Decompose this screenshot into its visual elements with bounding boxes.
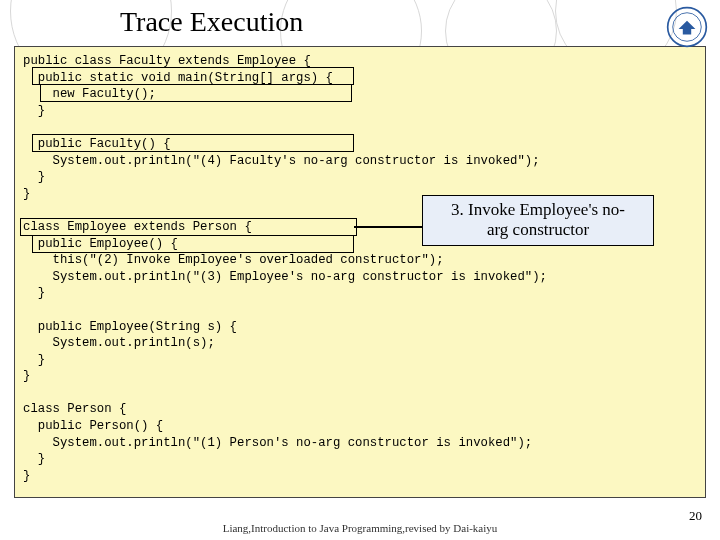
highlight-faculty-ctor bbox=[32, 134, 354, 152]
callout-connector bbox=[354, 226, 424, 228]
university-seal-icon bbox=[666, 6, 708, 48]
slide-title: Trace Execution bbox=[0, 0, 720, 42]
callout-text-line1: 3. Invoke Employee's no- bbox=[451, 200, 625, 219]
highlight-employee-ctor bbox=[32, 235, 354, 253]
callout-text-line2: arg constructor bbox=[487, 220, 589, 239]
highlight-employee-extends bbox=[20, 218, 357, 236]
code-block: public class Faculty extends Employee { … bbox=[14, 46, 706, 498]
page-number: 20 bbox=[689, 508, 702, 524]
highlight-new-faculty bbox=[40, 84, 352, 102]
callout-box: 3. Invoke Employee's no- arg constructor bbox=[422, 195, 654, 246]
footer-citation: Liang,Introduction to Java Programming,r… bbox=[0, 522, 720, 534]
highlight-main-signature bbox=[32, 67, 354, 85]
